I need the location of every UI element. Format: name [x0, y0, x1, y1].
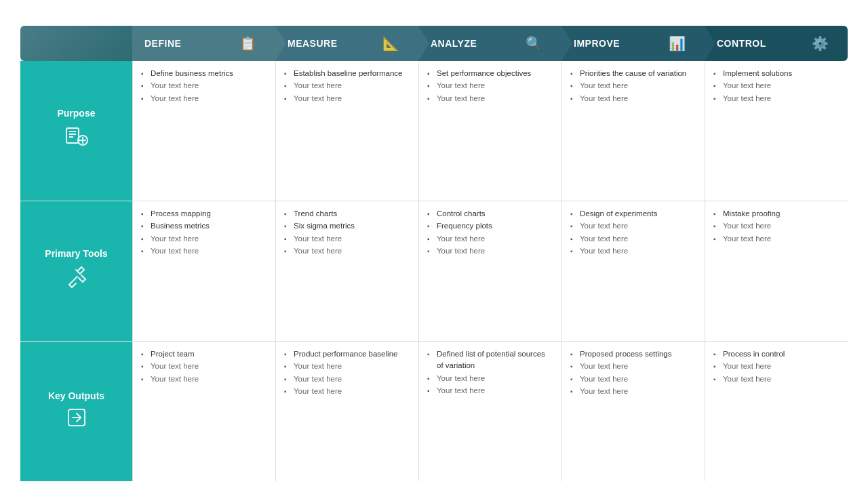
list-item: Your text here — [570, 93, 696, 104]
list-item: Frequency plots — [427, 220, 553, 232]
svg-rect-3 — [69, 136, 73, 138]
list-item: Your text here — [141, 373, 267, 385]
phase-label: CONTROL — [717, 38, 766, 49]
phase-icon-analyze: 🔍 — [526, 35, 543, 52]
list-item: Your text here — [713, 220, 840, 232]
row-purpose: Purpose Define business metricsYour text… — [20, 61, 848, 201]
phase-header-control: CONTROL⚙️ — [705, 26, 848, 61]
table-cell: Defined list of potential sources of var… — [418, 342, 561, 481]
table-cell: Mistake proofingYour text hereYour text … — [705, 201, 848, 341]
phase-icon-define: 📋 — [239, 35, 257, 52]
title-area — [20, 12, 848, 14]
svg-rect-0 — [66, 128, 79, 143]
table-cell: Project teamYour text hereYour text here — [132, 342, 275, 481]
row-label-title: Purpose — [57, 108, 95, 119]
list-item: Define business metrics — [141, 68, 267, 79]
row-label-key-outputs: Key Outputs — [20, 342, 132, 481]
list-item: Priorities the cause of variation — [570, 68, 696, 79]
list-item: Mistake proofing — [713, 208, 840, 220]
phase-icon-measure: 📐 — [382, 35, 400, 52]
row-primary-tools: Primary Tools Process mappingBusiness me… — [20, 201, 848, 342]
list-item: Your text here — [570, 386, 696, 397]
list-item: Your text here — [284, 245, 410, 257]
list-item: Your text here — [427, 93, 553, 104]
table-cell: Set performance objectivesYour text here… — [418, 61, 561, 201]
table-cell: Establish baseline performanceYour text … — [275, 61, 418, 201]
svg-rect-1 — [69, 131, 76, 132]
list-item: Your text here — [427, 385, 553, 396]
steps-header — [20, 26, 132, 61]
phase-header-analyze: ANALYZE🔍 — [418, 26, 561, 61]
list-item: Design of experiments — [570, 208, 696, 220]
list-item: Defined list of potential sources of var… — [427, 348, 553, 372]
list-item: Your text here — [141, 80, 267, 92]
phase-icon-improve: 📊 — [669, 35, 686, 52]
list-item: Six sigma metrics — [284, 220, 410, 232]
list-item: Your text here — [570, 80, 696, 92]
list-item: Your text here — [284, 80, 410, 92]
row-key-outputs: Key Outputs Project teamYour text hereYo… — [20, 342, 848, 481]
phase-label: MEASURE — [288, 38, 338, 49]
list-item: Your text here — [570, 373, 696, 385]
phase-header-improve: IMPROVE📊 — [561, 26, 705, 61]
list-item: Your text here — [141, 93, 267, 104]
row-label-title: Primary Tools — [45, 248, 107, 259]
row-label-icon — [64, 124, 90, 155]
body-rows: Purpose Define business metricsYour text… — [20, 61, 848, 481]
table-cell: Control chartsFrequency plotsYour text h… — [418, 201, 561, 341]
table-cell: Trend chartsSix sigma metricsYour text h… — [275, 201, 418, 341]
header-row: DEFINE📋MEASURE📐ANALYZE🔍IMPROVE📊CONTROL⚙️ — [20, 26, 848, 61]
row-label-title: Key Outputs — [48, 390, 104, 401]
table-cell: Proposed process settingsYour text hereY… — [561, 342, 705, 481]
list-item: Your text here — [427, 233, 553, 245]
phase-label: ANALYZE — [431, 38, 477, 49]
list-item: Your text here — [427, 373, 553, 384]
phase-header-define: DEFINE📋 — [132, 26, 275, 61]
list-item: Your text here — [141, 233, 267, 245]
svg-rect-2 — [69, 134, 76, 135]
list-item: Process mapping — [141, 208, 267, 220]
list-item: Your text here — [713, 93, 840, 104]
list-item: Your text here — [284, 373, 410, 385]
list-item: Your text here — [713, 80, 840, 92]
list-item: Project team — [141, 348, 267, 360]
list-item: Your text here — [570, 220, 696, 232]
list-item: Your text here — [427, 245, 553, 257]
list-item: Your text here — [284, 93, 410, 104]
row-label-primary-tools: Primary Tools — [20, 201, 132, 341]
list-item: Trend charts — [284, 208, 410, 220]
table-cell: Process mappingBusiness metricsYour text… — [132, 201, 275, 341]
list-item: Your text here — [570, 361, 696, 372]
row-cells: Process mappingBusiness metricsYour text… — [132, 201, 848, 341]
table-cell: Design of experimentsYour text hereYour … — [561, 201, 705, 341]
list-item: Set performance objectives — [427, 68, 553, 79]
phase-icon-control: ⚙️ — [812, 35, 829, 52]
list-item: Your text here — [713, 361, 840, 372]
list-item: Your text here — [141, 361, 267, 372]
list-item: Your text here — [284, 361, 410, 372]
list-item: Implement solutions — [713, 68, 840, 79]
table-cell: Define business metricsYour text hereYou… — [132, 61, 275, 201]
phase-label: DEFINE — [144, 38, 181, 49]
list-item: Your text here — [141, 245, 267, 257]
row-cells: Define business metricsYour text hereYou… — [132, 61, 848, 201]
phase-label: IMPROVE — [574, 38, 620, 49]
table-cell: Process in controlYour text hereYour tex… — [705, 342, 848, 481]
list-item: Business metrics — [141, 220, 267, 232]
row-label-purpose: Purpose — [20, 61, 132, 201]
phase-header-measure: MEASURE📐 — [275, 26, 418, 61]
list-item: Proposed process settings — [570, 348, 696, 360]
list-item: Your text here — [427, 80, 553, 92]
list-item: Your text here — [713, 373, 840, 385]
row-label-icon — [66, 407, 87, 433]
list-item: Control charts — [427, 208, 553, 220]
list-item: Process in control — [713, 348, 840, 360]
row-label-icon — [64, 264, 90, 295]
list-item: Your text here — [570, 245, 696, 257]
phase-headers: DEFINE📋MEASURE📐ANALYZE🔍IMPROVE📊CONTROL⚙️ — [132, 26, 848, 61]
list-item: Your text here — [570, 233, 696, 245]
list-item: Establish baseline performance — [284, 68, 410, 79]
table-wrapper: DEFINE📋MEASURE📐ANALYZE🔍IMPROVE📊CONTROL⚙️… — [20, 26, 848, 481]
table-cell: Product performance baselineYour text he… — [275, 342, 418, 481]
page: DEFINE📋MEASURE📐ANALYZE🔍IMPROVE📊CONTROL⚙️… — [0, 0, 868, 488]
